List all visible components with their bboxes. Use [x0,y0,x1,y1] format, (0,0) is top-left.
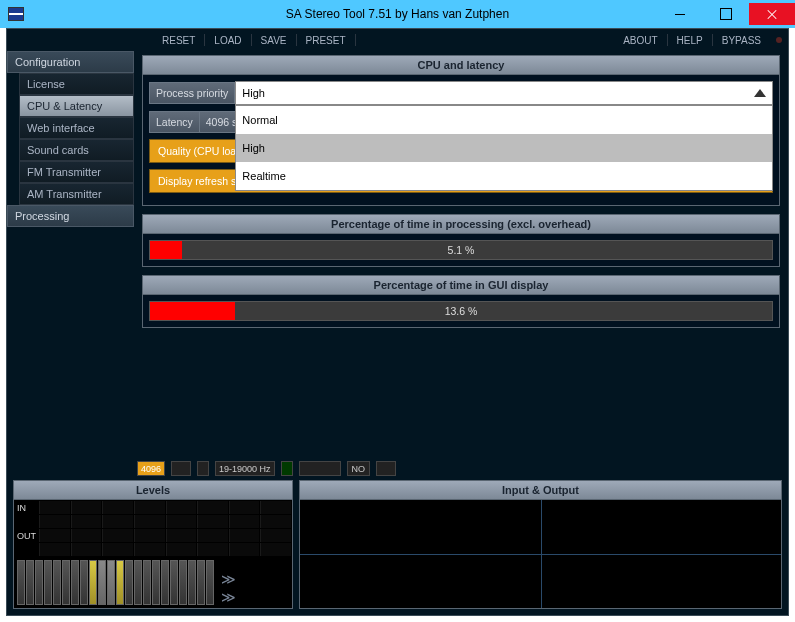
dropdown-list: Normal High Realtime [235,105,773,191]
processing-progress-bar: 5.1 % [149,240,773,260]
status-strip: 4096 19-19000 Hz NO [7,459,788,480]
sidebar-group-processing[interactable]: Processing [7,205,134,227]
window-titlebar: SA Stereo Tool 7.51 by Hans van Zutphen [0,0,795,28]
menu-reset[interactable]: RESET [154,31,203,50]
menu-save[interactable]: SAVE [253,31,295,50]
levels-title: Levels [14,481,292,500]
cpu-latency-panel: CPU and latency Process priority High No… [142,55,780,206]
process-priority-dropdown[interactable]: High Normal High Realtime [235,81,773,105]
sidebar-item-cpu-latency[interactable]: CPU & Latency [19,95,134,117]
status-indicator-1 [171,461,191,476]
menu-load[interactable]: LOAD [206,31,249,50]
input-output-panel: Input & Output [299,480,782,609]
minimize-button[interactable] [657,3,703,25]
record-indicator-icon [776,37,782,43]
processing-progress-text: 5.1 % [150,241,772,259]
sidebar-item-am-transmitter[interactable]: AM Transmitter [19,183,134,205]
out-meter [39,529,291,542]
maximize-button[interactable] [703,3,749,25]
close-button[interactable] [749,3,795,25]
gui-progress-bar: 13.6 % [149,301,773,321]
status-indicator-2 [197,461,209,476]
dropdown-selected-value: High [242,87,265,99]
dropdown-option-normal[interactable]: Normal [236,106,772,134]
sidebar-item-license[interactable]: License [19,73,134,95]
sidebar-group-configuration[interactable]: Configuration [7,51,134,73]
latency-label: Latency [149,111,200,133]
status-indicator-green [281,461,293,476]
io-title: Input & Output [300,481,781,500]
gui-progress-text: 13.6 % [150,302,772,320]
menu-about[interactable]: ABOUT [615,31,665,50]
levels-panel: Levels IN OUT [13,480,293,609]
status-no: NO [347,461,371,476]
sidebar-item-fm-transmitter[interactable]: FM Transmitter [19,161,134,183]
gui-time-panel: Percentage of time in GUI display 13.6 % [142,275,780,328]
quality-label: Quality (CPU load) [158,145,246,157]
sidebar-item-web-interface[interactable]: Web interface [19,117,134,139]
app-icon [8,7,24,21]
process-priority-label: Process priority [149,82,235,104]
dropdown-option-high[interactable]: High [236,134,772,162]
forward-icon-2[interactable]: ≫ [221,589,236,605]
level-faders[interactable]: ≫ ≫ [15,560,291,605]
status-frequency: 19-19000 Hz [215,461,275,476]
status-indicator-4 [376,461,396,476]
sidebar: Configuration License CPU & Latency Web … [7,51,134,459]
sidebar-item-sound-cards[interactable]: Sound cards [19,139,134,161]
gui-time-title: Percentage of time in GUI display [143,276,779,295]
menu-bypass[interactable]: BYPASS [714,31,769,50]
window-title: SA Stereo Tool 7.51 by Hans van Zutphen [286,7,509,21]
menu-preset[interactable]: PRESET [298,31,354,50]
chevron-up-icon [754,89,766,97]
menu-help[interactable]: HELP [669,31,711,50]
status-indicator-3 [299,461,341,476]
status-latency[interactable]: 4096 [137,461,165,476]
levels-in-label: IN [15,501,39,514]
dropdown-option-realtime[interactable]: Realtime [236,162,772,190]
levels-out-label: OUT [15,529,39,542]
processing-time-panel: Percentage of time in processing (excl. … [142,214,780,267]
io-scope [300,500,781,608]
panel-title: CPU and latency [143,56,779,75]
processing-time-title: Percentage of time in processing (excl. … [143,215,779,234]
in-meter [39,501,291,514]
top-menu: RESET LOAD SAVE PRESET ABOUT HELP BYPASS [134,29,788,51]
forward-icon[interactable]: ≫ [221,571,236,587]
